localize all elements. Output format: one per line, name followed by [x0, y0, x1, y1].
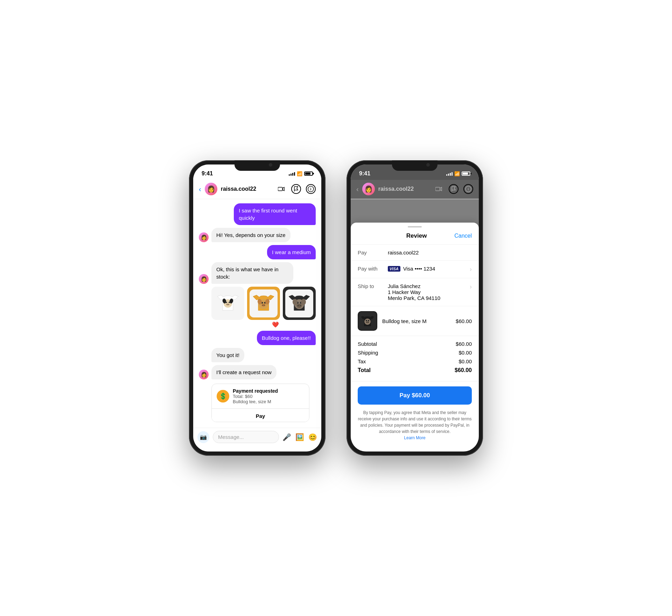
svg-point-16	[261, 304, 266, 307]
chat-messages-1: I saw the first round went quickly 👩 Hi!…	[193, 199, 321, 428]
subtotal-row: Subtotal $60.00	[358, 341, 472, 347]
bubble-received-3: You got it!	[211, 348, 244, 362]
flag-button-2[interactable]	[449, 184, 458, 194]
pay-row: Pay raissa.cool22	[351, 245, 479, 261]
screen-2: 9:41 📶 ‹ 👩 rais	[351, 164, 479, 451]
ship-address: Julia Sánchez 1 Hacker Way Menlo Park, C…	[388, 283, 464, 301]
total-value: $60.00	[455, 367, 472, 373]
svg-point-37	[366, 321, 369, 323]
grand-total-row: Total $60.00	[358, 367, 472, 373]
product-thumbnail	[358, 311, 377, 331]
chevron-pay-with: ›	[470, 266, 472, 273]
msg-row-received-2: 👩 Ok, this is what we have in stock:	[199, 262, 316, 284]
video-call-button[interactable]	[276, 184, 286, 194]
msg-row-received-1: 👩 Hi! Yes, depends on your size	[199, 228, 316, 242]
status-time-1: 9:41	[202, 170, 213, 177]
header-icons-1: i	[276, 184, 316, 194]
status-icons-2: 📶	[446, 171, 470, 176]
photo-icon[interactable]: 🖼️	[295, 433, 304, 441]
back-button-2[interactable]: ‹	[356, 185, 359, 193]
video-call-button-2[interactable]	[434, 184, 444, 194]
payment-card-body: 💲 Payment requested Total: $60 Bulldog t…	[212, 384, 309, 408]
ship-to-row[interactable]: Ship to Julia Sánchez 1 Hacker Way Menlo…	[351, 278, 479, 306]
product-price: $60.00	[456, 318, 472, 324]
tax-label: Tax	[358, 358, 366, 364]
shipping-value: $0.00	[458, 350, 472, 356]
product-orange-tee[interactable]	[247, 287, 280, 320]
back-button[interactable]: ‹	[199, 185, 201, 193]
visa-info: VISA Visa •••• 1234	[388, 266, 464, 272]
avatar-2: 👩	[362, 183, 375, 195]
svg-point-9	[228, 304, 229, 305]
review-title: Review	[406, 232, 427, 239]
product-bulldog-tee[interactable]	[283, 287, 316, 320]
pay-with-row[interactable]: Pay with VISA Visa •••• 1234 ›	[351, 261, 479, 278]
sticker-icon[interactable]: 😊	[308, 433, 317, 441]
wifi-icon: 📶	[297, 171, 302, 176]
wifi-icon-2: 📶	[454, 171, 460, 176]
svg-point-38	[366, 322, 367, 323]
pay-now-button[interactable]: Pay $60.00	[358, 386, 472, 405]
payment-card: 💲 Payment requested Total: $60 Bulldog t…	[211, 384, 309, 422]
tax-row: Tax $0.00	[358, 358, 472, 364]
review-overlay: Review Cancel Pay raissa.cool22 Pay with…	[351, 223, 479, 451]
svg-point-27	[300, 305, 301, 306]
bubble-received-1: Hi! Yes, depends on your size	[211, 228, 290, 242]
svg-point-36	[368, 320, 369, 321]
msg-avatar-placeholder	[199, 352, 209, 362]
notch-2	[392, 160, 438, 171]
camera-button[interactable]: 📷	[197, 431, 209, 443]
bubble-sent-1: I saw the first round went quickly	[234, 203, 316, 225]
phone-2: 9:41 📶 ‹ 👩 rais	[346, 160, 483, 456]
payment-title: Payment requested	[233, 388, 278, 394]
cancel-button[interactable]: Cancel	[454, 233, 472, 239]
flag-button[interactable]	[291, 184, 301, 194]
product-images	[211, 287, 316, 320]
chat-header-1: ‹ 👩 raissa.cool22 i	[193, 180, 321, 199]
msg-avatar-2: 👩	[199, 274, 209, 284]
msg-row-sent-3: Bulldog one, please!!	[199, 331, 316, 345]
chat-input-1: 📷 Message... 🎤 🖼️ 😊	[193, 428, 321, 451]
message-input[interactable]: Message...	[213, 431, 279, 443]
signal-icon	[289, 172, 295, 176]
svg-point-26	[298, 305, 299, 306]
notch-1	[234, 160, 280, 171]
visa-number: Visa •••• 1234	[403, 266, 435, 272]
learn-more-link[interactable]: Learn More	[404, 435, 425, 440]
signal-icon-2	[446, 172, 453, 176]
info-button-2[interactable]: i	[463, 184, 473, 194]
tax-value: $0.00	[458, 358, 472, 364]
svg-rect-30	[435, 187, 440, 191]
dimmed-header: ‹ 👩 raissa.cool22 i	[351, 180, 479, 199]
msg-row-received-4: 👩 I'll create a request now	[199, 365, 316, 379]
visa-logo: VISA	[388, 266, 400, 272]
totals-section: Subtotal $60.00 Shipping $0.00 Tax $0.00…	[351, 336, 479, 382]
heart-emoji: ❤️	[199, 321, 316, 328]
svg-point-7	[226, 303, 230, 306]
battery-icon	[304, 172, 313, 176]
header-username-1: raissa.cool22	[221, 186, 273, 192]
bubble-sent-2: I wear a medium	[267, 245, 316, 259]
ship-name: Julia Sánchez	[388, 283, 464, 289]
msg-row-sent-2: I wear a medium	[199, 245, 316, 259]
avatar-1: 👩	[205, 183, 217, 195]
info-button[interactable]: i	[306, 184, 316, 194]
mic-icon[interactable]: 🎤	[282, 433, 291, 441]
fine-print-text: By tapping Pay, you agree that Meta and …	[358, 410, 472, 434]
svg-text:i: i	[310, 187, 312, 191]
header-icons-2: i	[434, 184, 473, 194]
battery-icon-2	[462, 172, 470, 176]
ship-street: 1 Hacker Way	[388, 289, 464, 295]
msg-row-sent-1: I saw the first round went quickly	[199, 203, 316, 225]
svg-point-17	[262, 304, 263, 305]
shipping-row: Shipping $0.00	[358, 350, 472, 356]
payment-subtitle: Bulldog tee, size M	[233, 399, 278, 404]
phones-container: 9:41 📶 ‹ 👩 rais	[189, 160, 483, 456]
input-icons: 🎤 🖼️ 😊	[282, 433, 317, 441]
phone-1: 9:41 📶 ‹ 👩 rais	[189, 160, 326, 456]
review-header: Review Cancel	[351, 227, 479, 245]
bubble-received-4: I'll create a request now	[211, 365, 276, 379]
screen-1: 9:41 📶 ‹ 👩 rais	[193, 164, 321, 451]
product-white-tee[interactable]	[211, 287, 244, 320]
pay-button-card[interactable]: Pay	[212, 408, 309, 422]
